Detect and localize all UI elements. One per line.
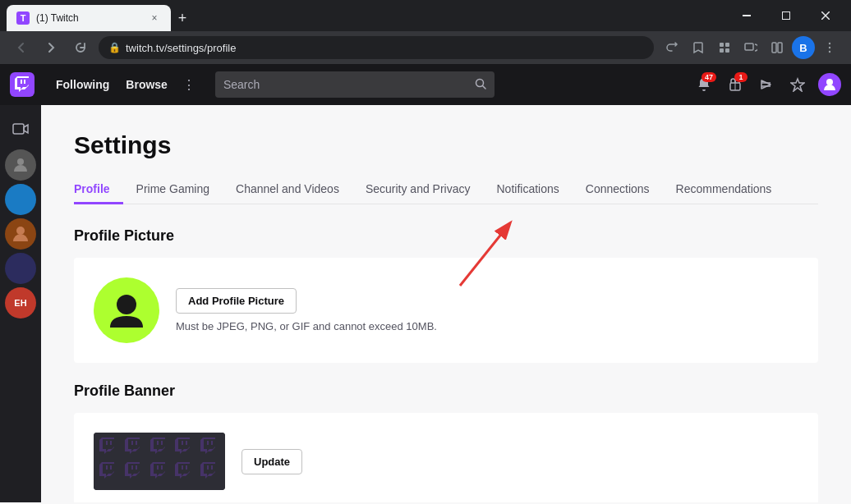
clips-button[interactable]: [752, 71, 780, 99]
notifications-button[interactable]: 47: [690, 71, 718, 99]
add-profile-picture-button[interactable]: Add Profile Picture: [176, 288, 297, 314]
banner-preview: [94, 433, 225, 490]
svg-rect-15: [21, 80, 22, 84]
svg-point-23: [826, 79, 833, 85]
settings-tabs: Profile Prime Gaming Channel and Videos …: [74, 176, 818, 204]
minimize-button[interactable]: [728, 2, 766, 29]
more-nav-button[interactable]: ⋮: [176, 77, 202, 93]
twitch-app: Following Browse ⋮ 47 1: [0, 64, 851, 502]
banner-actions: Update: [242, 449, 302, 474]
url-text: twitch.tv/settings/profile: [126, 42, 236, 54]
sidebar-item[interactable]: [5, 218, 36, 250]
user-avatar-nav[interactable]: [818, 73, 841, 96]
cast-button[interactable]: [739, 36, 762, 59]
svg-rect-8: [745, 44, 753, 50]
profile-pic-info: Add Profile Picture Must be JPEG, PNG, o…: [176, 288, 437, 332]
chrome-profile-button[interactable]: B: [792, 36, 815, 59]
tab-close-button[interactable]: ×: [148, 11, 161, 25]
profile-banner-card: Update: [74, 413, 818, 502]
svg-rect-0: [743, 15, 751, 16]
extensions-button[interactable]: [713, 36, 736, 59]
twitch-logo[interactable]: [10, 72, 34, 97]
search-bar[interactable]: [215, 71, 494, 98]
sidebar-item[interactable]: EH: [5, 287, 36, 318]
loot-button[interactable]: 1: [721, 71, 749, 99]
svg-rect-39: [106, 465, 108, 470]
avatar-placeholder: [94, 277, 159, 343]
svg-rect-37: [207, 441, 209, 445]
svg-rect-6: [720, 48, 724, 53]
tab-security-and-privacy[interactable]: Security and Privacy: [352, 176, 484, 204]
forward-button[interactable]: [39, 36, 62, 59]
update-banner-button[interactable]: Update: [242, 449, 302, 474]
tab-channel-and-videos[interactable]: Channel and Videos: [223, 176, 352, 204]
svg-rect-24: [13, 124, 24, 134]
svg-rect-5: [725, 43, 729, 47]
address-bar: 🔒 twitch.tv/settings/profile B: [0, 31, 851, 64]
bookmark-button[interactable]: [687, 36, 710, 59]
back-button[interactable]: [10, 36, 33, 59]
url-bar[interactable]: 🔒 twitch.tv/settings/profile: [99, 36, 654, 59]
nav-right-actions: 47 1: [690, 71, 841, 99]
svg-rect-43: [157, 465, 159, 470]
svg-rect-1: [783, 12, 790, 20]
svg-rect-44: [186, 465, 187, 470]
browse-nav-link[interactable]: Browse: [117, 78, 176, 91]
svg-rect-30: [136, 441, 137, 445]
tab-prime-gaming[interactable]: Prime Gaming: [123, 176, 223, 204]
settings-content: Settings Profile Prime Gaming Channel an…: [41, 105, 851, 502]
svg-rect-33: [157, 441, 159, 445]
sidebar-item[interactable]: [5, 184, 36, 215]
sidebar-item[interactable]: [5, 149, 36, 181]
svg-point-12: [829, 47, 830, 48]
browser-tab[interactable]: T (1) Twitch ×: [7, 5, 171, 31]
svg-rect-47: [207, 465, 209, 470]
profile-banner-title: Profile Banner: [74, 383, 818, 400]
loot-badge: 1: [734, 72, 748, 82]
svg-point-11: [829, 43, 830, 44]
sidebar-video-icon[interactable]: [3, 112, 38, 146]
svg-rect-9: [772, 43, 776, 53]
chrome-menu-button[interactable]: [818, 36, 841, 59]
svg-rect-29: [106, 441, 108, 445]
svg-marker-22: [791, 79, 804, 91]
search-input[interactable]: [223, 78, 468, 91]
sidebar: EH: [0, 105, 41, 502]
maximize-button[interactable]: [767, 2, 805, 29]
close-button[interactable]: [807, 2, 844, 29]
new-tab-button[interactable]: +: [171, 7, 194, 30]
reader-mode-button[interactable]: [766, 36, 789, 59]
svg-rect-34: [186, 441, 187, 445]
main-layout: EH Settings Profile Prime Gaming Channel…: [0, 105, 851, 502]
tab-connections[interactable]: Connections: [573, 176, 663, 204]
search-icon[interactable]: [475, 78, 486, 92]
tab-title: (1) Twitch: [36, 12, 141, 24]
svg-point-25: [17, 158, 24, 165]
svg-rect-14: [24, 80, 25, 84]
following-nav-link[interactable]: Following: [48, 78, 117, 91]
refresh-button[interactable]: [69, 36, 92, 59]
sidebar-item[interactable]: [5, 253, 36, 284]
svg-rect-4: [720, 43, 724, 47]
svg-rect-32: [161, 441, 163, 445]
svg-line-17: [482, 85, 485, 89]
page-title: Settings: [74, 131, 818, 159]
svg-rect-38: [110, 465, 112, 470]
svg-point-27: [117, 295, 136, 314]
prime-button[interactable]: [784, 71, 812, 99]
svg-rect-31: [131, 441, 133, 445]
svg-rect-10: [778, 43, 782, 53]
svg-rect-42: [161, 465, 163, 470]
share-button[interactable]: [660, 36, 683, 59]
svg-rect-28: [110, 441, 112, 445]
tab-notifications[interactable]: Notifications: [484, 176, 573, 204]
tab-profile[interactable]: Profile: [74, 176, 123, 204]
svg-rect-45: [182, 465, 183, 470]
profile-picture-hint: Must be JPEG, PNG, or GIF and cannot exc…: [176, 320, 437, 332]
svg-rect-7: [725, 48, 729, 53]
tab-recommendations[interactable]: Recommendations: [663, 176, 785, 204]
profile-picture-row: Add Profile Picture Must be JPEG, PNG, o…: [94, 277, 798, 343]
svg-rect-36: [211, 441, 213, 445]
svg-rect-41: [131, 465, 133, 470]
profile-picture-title: Profile Picture: [74, 227, 818, 245]
